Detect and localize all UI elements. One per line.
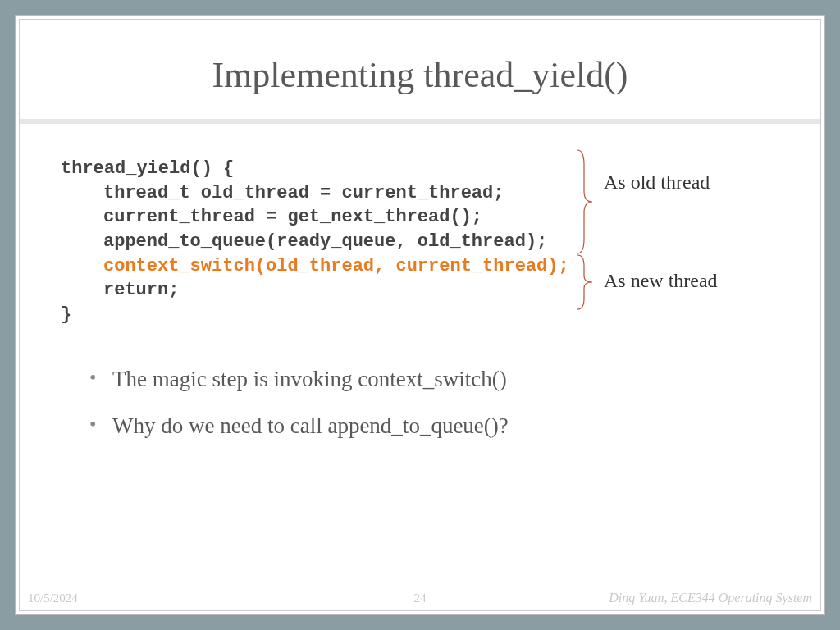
slide-inner-frame: Implementing thread_yield() thread_yield… [19, 19, 821, 611]
footer-date: 10/5/2024 [28, 591, 78, 605]
code-line-4: append_to_queue(ready_queue, old_thread)… [61, 230, 788, 254]
footer-author: Ding Yuan, ECE344 Operating System [609, 591, 812, 605]
annotation-old-thread: As old thread [604, 171, 710, 194]
bullet-list: The magic step is invoking context_switc… [61, 367, 788, 439]
bullet-item-2: Why do we need to call append_to_queue()… [89, 413, 788, 439]
code-line-7: } [61, 303, 788, 327]
slide-title: Implementing thread_yield() [20, 20, 820, 119]
slide-content: thread_yield() { thread_t old_thread = c… [20, 124, 820, 439]
slide-outer-frame: Implementing thread_yield() thread_yield… [15, 15, 825, 615]
bullet-item-1: The magic step is invoking context_switc… [89, 367, 788, 392]
annotation-new-thread: As new thread [604, 270, 718, 292]
brace-icon-top [574, 148, 596, 255]
brace-icon-bottom [574, 253, 596, 311]
footer-page-number: 24 [414, 591, 427, 605]
slide-footer: 10/5/2024 24 Ding Yuan, ECE344 Operating… [20, 587, 820, 607]
code-line-3: current_thread = get_next_thread(); [61, 205, 788, 230]
